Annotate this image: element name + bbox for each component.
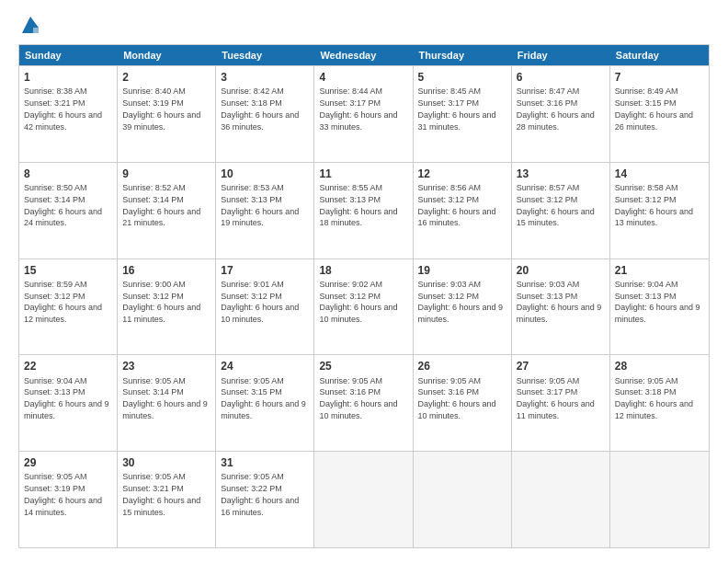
page: SundayMondayTuesdayWednesdayThursdayFrid… — [0, 0, 728, 563]
calendar-cell: 11Sunrise: 8:55 AMSunset: 3:13 PMDayligh… — [314, 163, 413, 259]
day-number: 26 — [418, 359, 506, 373]
calendar-cell: 23Sunrise: 9:05 AMSunset: 3:14 PMDayligh… — [118, 355, 216, 451]
day-number: 18 — [319, 263, 407, 278]
header-day-saturday: Saturday — [610, 45, 709, 65]
header-day-monday: Monday — [118, 45, 216, 65]
cell-info: Sunrise: 9:05 AMSunset: 3:15 PMDaylight:… — [221, 376, 306, 420]
calendar-cell: 27Sunrise: 9:05 AMSunset: 3:17 PMDayligh… — [512, 355, 610, 451]
calendar-row-5: 29Sunrise: 9:05 AMSunset: 3:19 PMDayligh… — [19, 451, 709, 547]
calendar-cell — [610, 452, 709, 547]
cell-info: Sunrise: 8:50 AMSunset: 3:14 PMDaylight:… — [24, 183, 102, 227]
day-number: 24 — [221, 359, 309, 373]
cell-info: Sunrise: 8:56 AMSunset: 3:12 PMDaylight:… — [418, 183, 496, 227]
calendar-cell: 14Sunrise: 8:58 AMSunset: 3:12 PMDayligh… — [610, 163, 709, 259]
cell-info: Sunrise: 8:53 AMSunset: 3:13 PMDaylight:… — [221, 183, 299, 227]
calendar-row-3: 15Sunrise: 8:59 AMSunset: 3:12 PMDayligh… — [19, 259, 709, 355]
day-number: 21 — [615, 263, 704, 278]
calendar-cell: 6Sunrise: 8:47 AMSunset: 3:16 PMDaylight… — [512, 66, 610, 162]
day-number: 16 — [122, 263, 210, 278]
day-number: 7 — [615, 70, 704, 85]
calendar-cell: 25Sunrise: 9:05 AMSunset: 3:16 PMDayligh… — [314, 355, 413, 451]
header-day-wednesday: Wednesday — [314, 45, 413, 65]
day-number: 10 — [221, 167, 309, 181]
cell-info: Sunrise: 9:05 AMSunset: 3:14 PMDaylight:… — [122, 376, 208, 420]
cell-info: Sunrise: 8:59 AMSunset: 3:12 PMDaylight:… — [24, 280, 102, 324]
cell-info: Sunrise: 9:05 AMSunset: 3:21 PMDaylight:… — [122, 472, 200, 516]
cell-info: Sunrise: 9:04 AMSunset: 3:13 PMDaylight:… — [615, 280, 700, 324]
calendar-cell: 1Sunrise: 8:38 AMSunset: 3:21 PMDaylight… — [19, 66, 118, 162]
calendar-row-2: 8Sunrise: 8:50 AMSunset: 3:14 PMDaylight… — [19, 162, 709, 259]
cell-info: Sunrise: 9:05 AMSunset: 3:22 PMDaylight:… — [221, 472, 299, 516]
day-number: 30 — [122, 455, 210, 470]
calendar-cell: 19Sunrise: 9:03 AMSunset: 3:12 PMDayligh… — [414, 259, 512, 355]
day-number: 8 — [24, 167, 112, 181]
day-number: 9 — [122, 167, 210, 181]
day-number: 4 — [319, 70, 407, 85]
day-number: 23 — [122, 359, 210, 373]
cell-info: Sunrise: 8:42 AMSunset: 3:18 PMDaylight:… — [221, 86, 299, 131]
cell-info: Sunrise: 9:05 AMSunset: 3:16 PMDaylight:… — [418, 376, 496, 420]
logo-icon — [20, 15, 40, 35]
cell-info: Sunrise: 8:49 AMSunset: 3:15 PMDaylight:… — [615, 86, 693, 131]
calendar-cell: 24Sunrise: 9:05 AMSunset: 3:15 PMDayligh… — [216, 355, 314, 451]
calendar-cell: 30Sunrise: 9:05 AMSunset: 3:21 PMDayligh… — [118, 452, 216, 547]
calendar-cell: 26Sunrise: 9:05 AMSunset: 3:16 PMDayligh… — [414, 355, 512, 451]
calendar-cell: 4Sunrise: 8:44 AMSunset: 3:17 PMDaylight… — [314, 66, 413, 162]
cell-info: Sunrise: 9:05 AMSunset: 3:18 PMDaylight:… — [615, 376, 693, 420]
calendar-cell: 21Sunrise: 9:04 AMSunset: 3:13 PMDayligh… — [610, 259, 709, 355]
day-number: 12 — [418, 167, 506, 181]
calendar-cell: 17Sunrise: 9:01 AMSunset: 3:12 PMDayligh… — [216, 259, 314, 355]
cell-info: Sunrise: 9:05 AMSunset: 3:16 PMDaylight:… — [319, 376, 397, 420]
calendar: SundayMondayTuesdayWednesdayThursdayFrid… — [18, 44, 710, 548]
calendar-cell: 13Sunrise: 8:57 AMSunset: 3:12 PMDayligh… — [512, 163, 610, 259]
cell-info: Sunrise: 8:45 AMSunset: 3:17 PMDaylight:… — [418, 86, 496, 131]
calendar-row-1: 1Sunrise: 8:38 AMSunset: 3:21 PMDaylight… — [19, 65, 709, 162]
calendar-cell: 5Sunrise: 8:45 AMSunset: 3:17 PMDaylight… — [414, 66, 512, 162]
day-number: 1 — [24, 70, 112, 85]
cell-info: Sunrise: 8:47 AMSunset: 3:16 PMDaylight:… — [517, 86, 595, 131]
cell-info: Sunrise: 8:44 AMSunset: 3:17 PMDaylight:… — [319, 86, 397, 131]
day-number: 13 — [517, 167, 605, 181]
cell-info: Sunrise: 9:03 AMSunset: 3:13 PMDaylight:… — [517, 280, 602, 324]
calendar-cell: 15Sunrise: 8:59 AMSunset: 3:12 PMDayligh… — [19, 259, 118, 355]
day-number: 27 — [517, 359, 605, 373]
day-number: 28 — [615, 359, 704, 373]
header-day-sunday: Sunday — [19, 45, 118, 65]
calendar-cell — [314, 452, 413, 547]
calendar-cell: 22Sunrise: 9:04 AMSunset: 3:13 PMDayligh… — [19, 355, 118, 451]
day-number: 17 — [221, 263, 309, 278]
cell-info: Sunrise: 9:03 AMSunset: 3:12 PMDaylight:… — [418, 280, 504, 324]
day-number: 19 — [418, 263, 506, 278]
header-day-tuesday: Tuesday — [216, 45, 314, 65]
calendar-cell: 2Sunrise: 8:40 AMSunset: 3:19 PMDaylight… — [118, 66, 216, 162]
calendar-cell: 10Sunrise: 8:53 AMSunset: 3:13 PMDayligh… — [216, 163, 314, 259]
day-number: 11 — [319, 167, 407, 181]
calendar-cell: 18Sunrise: 9:02 AMSunset: 3:12 PMDayligh… — [314, 259, 413, 355]
header — [18, 15, 710, 35]
calendar-cell: 9Sunrise: 8:52 AMSunset: 3:14 PMDaylight… — [118, 163, 216, 259]
calendar-cell: 20Sunrise: 9:03 AMSunset: 3:13 PMDayligh… — [512, 259, 610, 355]
calendar-cell: 29Sunrise: 9:05 AMSunset: 3:19 PMDayligh… — [19, 452, 118, 547]
calendar-cell — [414, 452, 512, 547]
cell-info: Sunrise: 9:00 AMSunset: 3:12 PMDaylight:… — [122, 280, 200, 324]
day-number: 22 — [24, 359, 112, 373]
day-number: 5 — [418, 70, 506, 85]
cell-info: Sunrise: 8:58 AMSunset: 3:12 PMDaylight:… — [615, 183, 693, 227]
day-number: 25 — [319, 359, 407, 373]
calendar-cell: 8Sunrise: 8:50 AMSunset: 3:14 PMDaylight… — [19, 163, 118, 259]
svg-marker-1 — [33, 28, 39, 33]
cell-info: Sunrise: 9:01 AMSunset: 3:12 PMDaylight:… — [221, 280, 299, 324]
calendar-cell: 3Sunrise: 8:42 AMSunset: 3:18 PMDaylight… — [216, 66, 314, 162]
cell-info: Sunrise: 8:52 AMSunset: 3:14 PMDaylight:… — [122, 183, 200, 227]
cell-info: Sunrise: 9:05 AMSunset: 3:17 PMDaylight:… — [517, 376, 595, 420]
calendar-header: SundayMondayTuesdayWednesdayThursdayFrid… — [19, 45, 709, 65]
day-number: 2 — [122, 70, 210, 85]
day-number: 3 — [221, 70, 309, 85]
cell-info: Sunrise: 9:02 AMSunset: 3:12 PMDaylight:… — [319, 280, 397, 324]
cell-info: Sunrise: 9:05 AMSunset: 3:19 PMDaylight:… — [24, 472, 102, 516]
day-number: 29 — [24, 455, 112, 470]
header-day-thursday: Thursday — [414, 45, 512, 65]
calendar-cell: 28Sunrise: 9:05 AMSunset: 3:18 PMDayligh… — [610, 355, 709, 451]
day-number: 20 — [517, 263, 605, 278]
calendar-body: 1Sunrise: 8:38 AMSunset: 3:21 PMDaylight… — [19, 65, 709, 547]
